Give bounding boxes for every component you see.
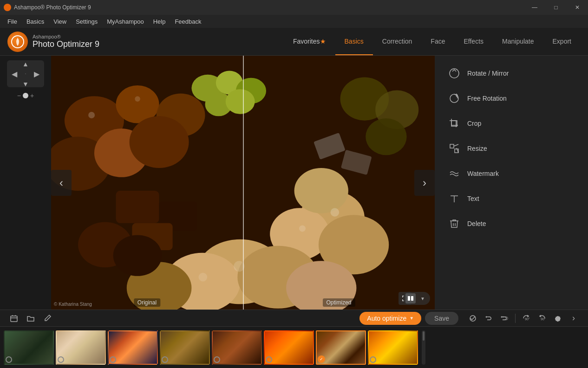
menu-view[interactable]: View [50,17,70,26]
filmstrip-thumb-6[interactable] [264,330,314,365]
tab-export[interactable]: Export [543,28,581,55]
tab-effects[interactable]: Effects [454,28,493,55]
tab-face[interactable]: Face [421,28,454,55]
more-options-button[interactable]: › [567,311,581,325]
zoom-slider-row: − + [17,92,34,99]
svg-point-37 [199,273,208,282]
tab-manipulate[interactable]: Manipulate [493,28,543,55]
zoom-left-arrow[interactable]: ◀ [12,70,17,78]
menu-file[interactable]: File [4,17,21,26]
zoom-minus[interactable]: − [17,92,21,99]
filmstrip-thumb-2[interactable] [56,330,106,365]
menu-settings[interactable]: Settings [72,17,101,26]
auto-optimize-button[interactable]: Auto optimize ▼ [359,312,421,325]
right-panel: Rotate / Mirror Free Rotation [435,56,588,310]
zoom-down-arrow[interactable]: ▼ [22,80,29,88]
svg-point-12 [226,89,255,114]
maximize-button[interactable]: □ [545,0,567,15]
minimize-button[interactable]: — [524,0,545,15]
undo-all-button[interactable] [497,311,511,325]
view-mode-button[interactable]: ▼ [403,292,430,305]
filmstrip-thumb-8[interactable] [368,330,418,365]
window-controls: — □ ✕ [524,0,588,15]
close-button[interactable]: ✕ [567,0,588,15]
tab-favorites[interactable]: Favorites ★ [284,28,335,55]
zoom-center-dot: · [25,70,26,78]
edit-tool-button[interactable] [41,312,54,325]
tab-basics[interactable]: Basics [335,28,373,55]
canvas-area: Original Optimized © Katharina Stang ▼ ‹ [51,56,435,310]
menu-item-watermark[interactable]: Watermark [438,161,584,186]
rotate-mirror-icon [448,67,461,80]
logo-icon [7,32,28,52]
svg-point-36 [234,261,244,271]
menu-item-resize[interactable]: Resize [438,136,584,161]
filmstrip-thumb-1[interactable] [4,330,54,365]
menu-item-rotate-mirror[interactable]: Rotate / Mirror [438,61,584,85]
manipulate-menu: Rotate / Mirror Free Rotation [435,56,588,241]
undo-button[interactable] [482,311,496,325]
filmstrip-thumb-7[interactable]: ✓ [316,330,366,365]
svg-rect-13 [116,191,159,223]
svg-line-43 [454,144,458,146]
thumb-badge-3 [110,356,116,363]
zoom-plus[interactable]: + [30,92,34,99]
zoom-control: ▲ ◀ · ▶ ▼ [7,60,44,87]
svg-point-35 [113,235,162,276]
label-optimized: Optimized [322,298,355,307]
menu-help[interactable]: Help [150,17,170,26]
save-label: Save [434,315,449,322]
tab-correction[interactable]: Correction [373,28,422,55]
single-view-icon: ▼ [418,293,428,303]
filmstrip-scrollbar[interactable] [422,330,425,365]
filmstrip-thumb-3[interactable] [108,330,158,365]
menu-item-delete[interactable]: Delete [438,212,584,236]
menu-item-crop[interactable]: Crop [438,111,584,136]
svg-point-26 [299,225,306,232]
filmstrip-thumb-4[interactable] [160,330,210,365]
prev-image-button[interactable]: ‹ [51,170,72,196]
svg-point-25 [331,208,340,217]
title-text: Ashampoo® Photo Optimizer 9 [14,4,584,11]
svg-rect-39 [411,296,413,301]
settings-button[interactable] [551,311,565,325]
thumb-badge-5 [214,356,220,363]
free-rotation-icon [448,92,461,105]
split-view-icon [405,293,416,303]
svg-rect-49 [11,316,17,322]
next-image-button[interactable]: › [414,170,435,196]
product-name: Photo Optimizer 9 [33,39,99,49]
thumb-badge-8 [370,356,376,363]
brand-name: Ashampoo® [33,34,99,39]
thumb-badge-6 [266,356,272,363]
menu-item-free-rotation[interactable]: Free Rotation [438,86,584,110]
label-original: Original [134,298,160,307]
zoom-dot [23,93,28,98]
auto-fix-button[interactable] [466,311,480,325]
zoom-right-arrow[interactable]: ▶ [34,70,39,78]
filmstrip-scroll-handle[interactable] [423,331,425,341]
open-folder-button[interactable] [24,312,37,325]
menu-basics[interactable]: Basics [23,17,48,26]
svg-rect-41 [450,144,454,148]
zoom-up-arrow[interactable]: ▲ [22,60,29,68]
thumb-badge-1 [6,356,12,363]
left-panel: ▲ ◀ · ▶ ▼ − + [0,56,51,310]
svg-point-19 [294,168,348,213]
thumb-check-badge-7: ✓ [318,355,325,363]
menu-item-text[interactable]: Text [438,187,584,211]
rotate-mirror-label: Rotate / Mirror [467,70,509,77]
header: Ashampoo® Photo Optimizer 9 Favorites ★ … [0,28,588,56]
save-button[interactable]: Save [425,312,458,325]
open-file-button[interactable] [7,312,20,325]
app-icon [4,4,11,11]
rotate-cw-button[interactable]: 90° [535,311,549,325]
logo-area: Ashampoo® Photo Optimizer 9 [7,32,99,52]
menu-feedback[interactable]: Feedback [171,17,205,26]
filmstrip-thumb-5[interactable] [212,330,262,365]
rotate-ccw-button[interactable]: 90° [519,311,533,325]
bottom-toolbar: Auto optimize ▼ Save [0,310,588,326]
menu-myashampoo[interactable]: MyAshampoo [103,17,147,26]
photo-svg [51,56,435,310]
svg-point-23 [88,112,95,118]
